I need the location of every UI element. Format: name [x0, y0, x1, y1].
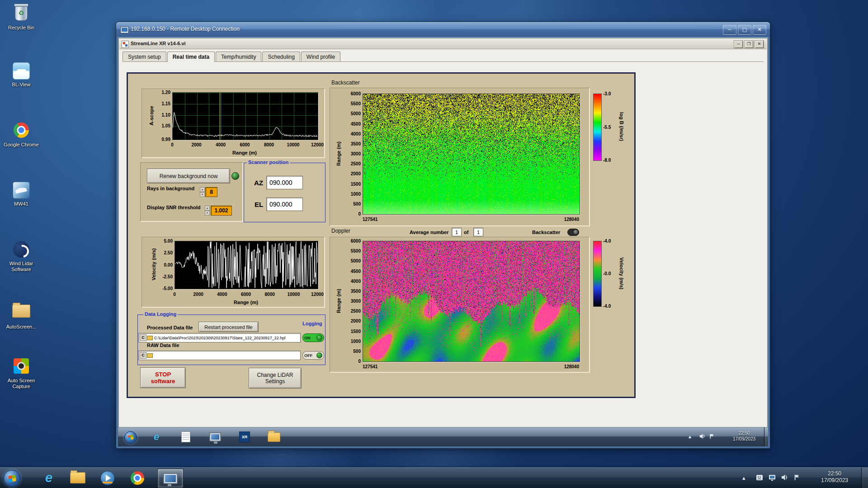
- raw-logging-toggle[interactable]: OFF: [302, 351, 324, 360]
- app-minimize-button[interactable]: ─: [734, 40, 743, 48]
- a-scope-y-axis-label: A-scope: [149, 106, 154, 125]
- desktop-icon-autoscreen[interactable]: AutoScreen...: [2, 301, 41, 330]
- desktop-icon-bl-view[interactable]: BL-View: [2, 61, 41, 88]
- tray-monitor-icon[interactable]: [769, 474, 776, 483]
- remote-clock-date: 17/09/2023: [724, 436, 764, 442]
- tick-label: 4500: [351, 121, 361, 126]
- desktop-icon-auto-screen-capture[interactable]: Auto Screen Capture: [2, 357, 41, 389]
- remote-start-button[interactable]: [124, 431, 137, 444]
- app-restore-button[interactable]: ❐: [744, 40, 754, 48]
- drive-chip[interactable]: C: [140, 352, 146, 359]
- change-lidar-settings-button[interactable]: Change LiDAR Settings: [249, 368, 302, 389]
- doppler-y-axis-label: Range (m): [336, 289, 341, 313]
- remote-clock[interactable]: 22:50 17/09/2023: [724, 431, 764, 442]
- rays-in-background-field[interactable]: 8: [205, 187, 217, 197]
- bl-view-icon: [12, 62, 30, 80]
- tick-label: 1000: [351, 338, 361, 343]
- remote-tray-flag-icon[interactable]: [709, 433, 715, 441]
- wind-lidar-icon: [12, 241, 30, 259]
- tab-real-time-data[interactable]: Real time data: [167, 52, 215, 62]
- remote-tray-expand-arrow[interactable]: ▴: [689, 433, 691, 440]
- stop-software-button[interactable]: STOP software: [140, 367, 186, 388]
- tick-label: 1500: [351, 181, 361, 186]
- elevation-field[interactable]: 090.000: [266, 197, 303, 211]
- backscatter-toggle[interactable]: [567, 229, 579, 236]
- tab-wind-profile[interactable]: Wind profile: [301, 52, 340, 61]
- tray-speaker-icon[interactable]: [781, 474, 788, 482]
- azimuth-field[interactable]: 090.000: [266, 176, 303, 189]
- data-logging-title: Data Logging: [143, 311, 178, 317]
- tick-label: -5.5: [603, 124, 611, 129]
- tab-temp-humidity[interactable]: Temp/humidity: [216, 52, 261, 61]
- a-scope-graph: A-scope Range (m) 1.201.151.101.050.9902…: [142, 89, 325, 158]
- tick-label: -4.0: [603, 304, 611, 309]
- rays-in-background-label: Rays in background: [147, 186, 194, 191]
- remote-taskbar-notepad[interactable]: [179, 431, 193, 443]
- renew-background-button[interactable]: Renew background now: [147, 169, 230, 183]
- folder-browse-icon[interactable]: [147, 336, 153, 340]
- velocity-y-axis-label: Velocity (m/s): [151, 249, 156, 281]
- logging-label: Logging: [301, 321, 323, 326]
- rays-spinner[interactable]: ▲▼: [200, 187, 205, 196]
- processed-logging-toggle[interactable]: ON: [302, 333, 324, 342]
- labview-vi-icon: [122, 41, 129, 48]
- tick-label: 6000: [241, 292, 251, 297]
- remote-show-desktop-button[interactable]: [764, 427, 768, 446]
- taskbar-rdp-button[interactable]: [157, 469, 184, 488]
- remote-tray-speaker-icon[interactable]: [699, 433, 705, 441]
- restart-processed-file-button[interactable]: Restart processed file: [198, 322, 259, 332]
- show-desktop-button[interactable]: [861, 468, 868, 488]
- tick-label: 10000: [287, 292, 300, 297]
- backscatter-title: Backscatter: [331, 80, 360, 86]
- tick-label: 0.00: [164, 262, 173, 267]
- tick-label: 10000: [287, 142, 300, 147]
- app-close-button[interactable]: ✕: [755, 40, 764, 48]
- taskbar-chrome-button[interactable]: [127, 469, 147, 487]
- remote-taskbar-xr-app[interactable]: XR: [238, 431, 251, 443]
- tick-label: 128040: [564, 217, 579, 222]
- taskbar-explorer-button[interactable]: [68, 469, 88, 487]
- desktop-icon-google-chrome[interactable]: Google Chrome: [2, 121, 41, 148]
- tab-system-setup[interactable]: System setup: [123, 52, 166, 61]
- minimize-button[interactable]: ─: [723, 25, 736, 35]
- tick-label: 8000: [265, 292, 275, 297]
- maximize-button[interactable]: ▢: [738, 25, 751, 35]
- tick-label: 12000: [311, 142, 324, 147]
- drive-chip[interactable]: C: [140, 334, 146, 341]
- rdp-titlebar[interactable]: 192.168.0.150 - Remote Desktop Connectio…: [116, 22, 770, 37]
- tab-scheduling[interactable]: Scheduling: [262, 52, 300, 61]
- tick-label: 2.50: [164, 250, 173, 255]
- tick-label: 2000: [351, 319, 361, 324]
- average-of-field[interactable]: 1: [473, 228, 483, 236]
- remote-taskbar-network-monitor[interactable]: [208, 431, 222, 443]
- tray-expand-arrow[interactable]: ▴: [742, 474, 745, 481]
- remote-taskbar-folder[interactable]: [267, 431, 281, 443]
- taskbar-media-player-button[interactable]: [98, 469, 118, 487]
- desktop-icon-recycle-bin[interactable]: ♻ Recycle Bin: [2, 4, 41, 31]
- tray-flag-icon[interactable]: [794, 474, 800, 482]
- host-clock[interactable]: 22:50 17/09/2023: [812, 470, 857, 484]
- tick-label: 6000: [240, 142, 250, 147]
- average-number-field[interactable]: 1: [452, 228, 462, 236]
- tick-label: 127541: [363, 364, 377, 369]
- taskbar-ie-button[interactable]: e: [39, 469, 59, 487]
- processed-data-file-path[interactable]: C C:\Lidar\Data\Proc\2023\202309\2023091…: [138, 333, 301, 343]
- tick-label: 1.10: [162, 112, 170, 117]
- tick-label: 0: [358, 359, 361, 364]
- tick-label: 5000: [351, 258, 361, 263]
- raw-data-file-path[interactable]: C: [138, 351, 301, 360]
- start-button[interactable]: [4, 470, 20, 487]
- folder-browse-icon[interactable]: [147, 353, 153, 358]
- snr-threshold-field[interactable]: 1.002: [211, 206, 232, 216]
- tray-language-icon[interactable]: 兒: [756, 474, 763, 483]
- desktop-icon-wind-lidar-software[interactable]: Wind Lidar Software: [2, 240, 41, 272]
- close-button[interactable]: ✕: [753, 25, 766, 35]
- app-titlebar[interactable]: StreamLine XR v14-6.vi ─ ❐ ✕: [119, 39, 767, 49]
- tick-label: 1.15: [162, 101, 170, 106]
- remote-taskbar-ie[interactable]: e: [150, 431, 163, 443]
- remote-desktop-icon: [120, 26, 129, 33]
- ie-icon: e: [45, 470, 52, 485]
- desktop-icon-mw41[interactable]: MW41: [2, 181, 41, 207]
- doppler-heatmap-canvas: [363, 241, 580, 362]
- snr-spinner[interactable]: ▲▼: [205, 206, 210, 215]
